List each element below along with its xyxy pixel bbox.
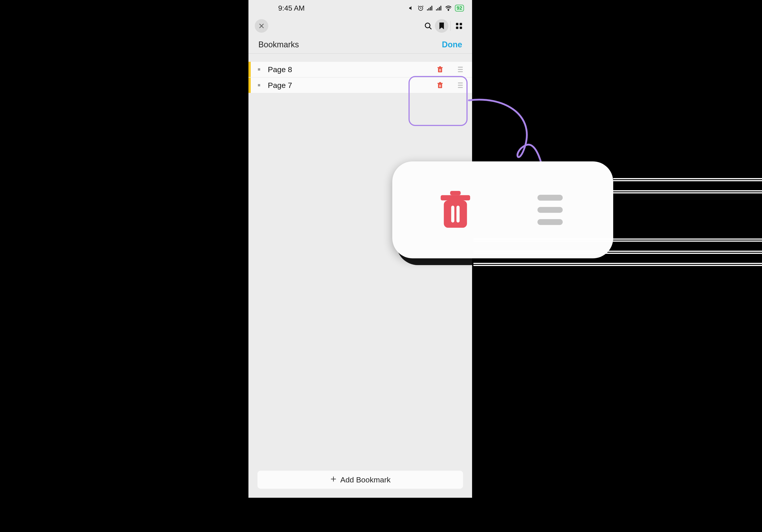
svg-rect-14 (460, 27, 462, 29)
bookmark-row[interactable]: Page 8 (249, 62, 472, 78)
svg-rect-6 (437, 8, 438, 10)
signal-icon (427, 6, 433, 11)
delete-bookmark-button[interactable] (435, 64, 445, 75)
bookmark-row[interactable]: Page 7 (249, 78, 472, 93)
svg-rect-25 (444, 200, 467, 228)
svg-rect-5 (436, 9, 437, 10)
drag-handle[interactable] (455, 80, 466, 91)
svg-rect-11 (456, 23, 459, 26)
callout-drag-handle-icon (518, 178, 582, 241)
empty-space (249, 93, 472, 465)
status-time: 9:45 AM (257, 4, 305, 12)
delete-bookmark-button[interactable] (435, 80, 445, 91)
wifi-icon (445, 5, 452, 11)
toolbar (249, 16, 472, 36)
svg-rect-19 (440, 69, 441, 71)
svg-rect-24 (440, 85, 441, 87)
svg-rect-28 (451, 205, 454, 222)
decorative-lines (474, 239, 762, 275)
signal-2-icon (436, 6, 442, 11)
svg-rect-22 (439, 82, 441, 83)
svg-rect-21 (438, 83, 443, 84)
drag-handle[interactable] (455, 64, 466, 75)
bookmark-label: Page 8 (268, 65, 435, 74)
battery-icon: 92 (455, 5, 464, 12)
svg-rect-16 (438, 67, 443, 68)
svg-rect-4 (431, 6, 432, 11)
svg-rect-18 (439, 69, 440, 71)
decorative-lines (613, 178, 762, 202)
svg-rect-20 (438, 84, 442, 88)
svg-rect-1 (427, 9, 428, 10)
svg-rect-12 (460, 23, 462, 26)
svg-rect-15 (438, 68, 442, 72)
plus-icon (330, 476, 337, 484)
callout-trash-icon (424, 178, 487, 241)
search-button[interactable] (421, 19, 435, 33)
svg-rect-26 (441, 195, 470, 200)
bullet-icon (258, 84, 260, 86)
done-button[interactable]: Done (442, 40, 462, 49)
subheader: Bookmarks Done (249, 36, 472, 54)
status-indicators: 92 (409, 5, 464, 12)
bookmark-list: Page 8 Page 7 (249, 54, 472, 93)
add-bookmark-label: Add Bookmark (341, 476, 391, 484)
row-color-tag (249, 78, 251, 93)
bullet-icon (258, 68, 260, 71)
grid-view-button[interactable] (452, 19, 466, 33)
svg-rect-27 (450, 191, 461, 195)
svg-rect-23 (439, 85, 440, 87)
row-color-tag (249, 62, 251, 77)
add-bookmark-button[interactable]: Add Bookmark (258, 471, 463, 489)
svg-rect-2 (428, 8, 429, 10)
mute-icon (409, 5, 415, 11)
svg-point-9 (448, 10, 449, 11)
page-title: Bookmarks (258, 40, 299, 49)
svg-rect-17 (439, 66, 441, 67)
alarm-icon (418, 5, 424, 11)
svg-rect-13 (456, 27, 459, 29)
svg-rect-7 (439, 7, 440, 11)
status-bar: 9:45 AM 92 (249, 0, 472, 16)
bookmark-tab-button[interactable] (435, 19, 448, 33)
bookmark-label: Page 7 (268, 81, 435, 90)
svg-rect-3 (430, 7, 431, 11)
svg-rect-8 (440, 6, 441, 11)
close-button[interactable] (255, 19, 268, 33)
svg-rect-29 (457, 205, 460, 222)
